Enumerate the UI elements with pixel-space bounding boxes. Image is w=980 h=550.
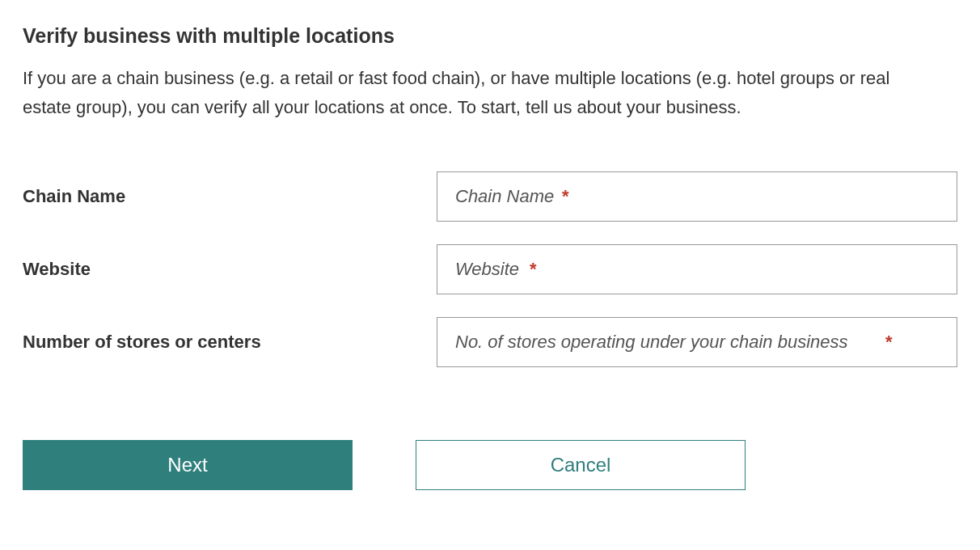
stores-label: Number of stores or centers [23,332,437,353]
stores-input-wrap: * [437,317,957,367]
website-input-wrap: * [437,244,957,294]
cancel-button[interactable]: Cancel [416,440,746,490]
stores-input[interactable] [437,317,957,367]
form-row-chain-name: Chain Name * [23,171,957,222]
next-button[interactable]: Next [23,440,353,490]
chain-name-input-wrap: * [437,171,957,222]
chain-name-input[interactable] [437,171,957,222]
page-heading: Verify business with multiple locations [23,24,957,48]
chain-name-label: Chain Name [23,186,437,207]
website-input[interactable] [437,244,957,294]
button-row: Next Cancel [23,440,957,490]
page-description: If you are a chain business (e.g. a reta… [23,64,920,123]
form-row-stores: Number of stores or centers * [23,317,957,367]
form-row-website: Website * [23,244,957,294]
website-label: Website [23,259,437,280]
